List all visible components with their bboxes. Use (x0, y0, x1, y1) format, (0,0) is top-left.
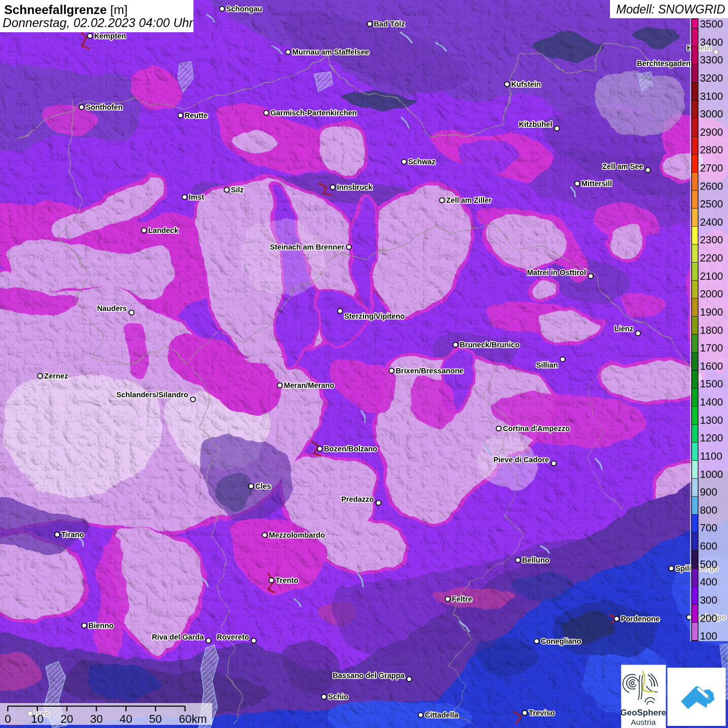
svg-text:100: 100 (700, 630, 717, 642)
svg-text:Schongau: Schongau (226, 5, 262, 13)
svg-text:Pieve di Cadore: Pieve di Cadore (493, 456, 549, 464)
svg-text:Sonthofen: Sonthofen (86, 103, 123, 111)
svg-text:900: 900 (700, 486, 717, 498)
svg-text:Cittadella: Cittadella (425, 711, 459, 719)
svg-text:Cles: Cles (255, 482, 271, 490)
svg-text:2700: 2700 (700, 162, 723, 174)
svg-text:Zell am Ziller: Zell am Ziller (446, 196, 492, 204)
svg-text:Schlanders/Silandro: Schlanders/Silandro (116, 391, 189, 399)
svg-text:Feltre: Feltre (452, 595, 472, 603)
svg-text:Conegliano: Conegliano (541, 637, 581, 645)
svg-text:Matrei in Osttirol: Matrei in Osttirol (527, 268, 586, 277)
svg-text:0: 0 (5, 712, 11, 725)
svg-text:1000: 1000 (700, 469, 723, 480)
svg-text:Kempten: Kempten (94, 32, 126, 40)
svg-text:200: 200 (700, 613, 717, 624)
svg-text:GeoSphere: GeoSphere (620, 708, 666, 717)
svg-text:2800: 2800 (700, 144, 723, 155)
svg-text:Cortina d'Ampezzo: Cortina d'Ampezzo (503, 424, 570, 433)
svg-text:Austria: Austria (631, 718, 656, 726)
svg-text:500: 500 (700, 558, 717, 570)
svg-text:Rovereto: Rovereto (217, 633, 249, 641)
svg-text:3000: 3000 (700, 108, 723, 120)
svg-text:1300: 1300 (700, 414, 723, 426)
svg-text:3100: 3100 (700, 90, 723, 102)
svg-text:Bienno: Bienno (88, 621, 114, 630)
svg-text:Zell am See: Zell am See (602, 162, 643, 171)
svg-text:Mittersill: Mittersill (581, 179, 612, 188)
svg-text:10: 10 (31, 712, 44, 725)
svg-text:50: 50 (149, 712, 162, 725)
svg-text:30: 30 (90, 712, 102, 725)
svg-text:1600: 1600 (700, 360, 723, 372)
svg-text:Modell: SNOWGRID: Modell: SNOWGRID (616, 3, 725, 16)
svg-text:Silz: Silz (231, 186, 244, 194)
svg-text:2300: 2300 (700, 234, 723, 245)
svg-text:Landeck: Landeck (148, 226, 178, 235)
svg-text:Kitzbühel: Kitzbühel (519, 120, 552, 128)
svg-text:Innsbruck: Innsbruck (337, 183, 372, 191)
svg-text:1100: 1100 (700, 450, 722, 462)
svg-text:1800: 1800 (700, 324, 723, 336)
svg-text:Berchtesgaden: Berchtesgaden (637, 59, 691, 68)
svg-text:3500: 3500 (700, 18, 723, 30)
svg-text:Trento: Trento (276, 576, 298, 584)
svg-text:Imst: Imst (189, 193, 204, 201)
svg-text:2600: 2600 (700, 180, 723, 192)
svg-text:2200: 2200 (700, 252, 723, 264)
svg-text:Meran/Merano: Meran/Merano (284, 381, 334, 389)
svg-text:60km: 60km (179, 712, 207, 725)
svg-text:300: 300 (700, 594, 717, 606)
svg-text:800: 800 (700, 504, 717, 516)
svg-text:Riva del Garda: Riva del Garda (152, 633, 204, 641)
svg-text:Nauders: Nauders (97, 304, 127, 313)
svg-text:Treviso: Treviso (529, 709, 555, 717)
svg-text:3400: 3400 (700, 36, 723, 48)
svg-text:Sterzing/Vipiteno: Sterzing/Vipiteno (344, 312, 405, 320)
svg-text:1400: 1400 (700, 396, 723, 408)
svg-text:1500: 1500 (700, 378, 723, 389)
svg-text:600: 600 (700, 540, 717, 552)
svg-text:2400: 2400 (700, 216, 723, 228)
svg-text:Donnerstag, 02.02.2023 04:00 U: Donnerstag, 02.02.2023 04:00 Uhr (3, 16, 194, 30)
svg-text:Zernez: Zernez (44, 372, 68, 380)
svg-text:3200: 3200 (700, 72, 723, 84)
svg-text:Brixen/Bressanone: Brixen/Bressanone (396, 367, 463, 375)
svg-text:Predazzo: Predazzo (341, 495, 374, 503)
svg-text:700: 700 (700, 522, 717, 534)
svg-text:3300: 3300 (700, 54, 723, 66)
svg-text:Schwaz: Schwaz (408, 158, 435, 166)
svg-text:Steinach am Brenner: Steinach am Brenner (270, 243, 344, 251)
svg-text:Schio: Schio (328, 693, 348, 701)
svg-text:2900: 2900 (700, 126, 723, 138)
svg-text:Pordenone: Pordenone (621, 615, 660, 623)
svg-text:Reutte: Reutte (185, 111, 208, 120)
svg-text:Lienz: Lienz (614, 324, 633, 333)
svg-text:Sillian: Sillian (536, 361, 558, 369)
svg-text:40: 40 (120, 712, 132, 725)
svg-text:20: 20 (60, 712, 73, 725)
svg-text:400: 400 (700, 576, 717, 588)
svg-text:Mezzolombardo: Mezzolombardo (269, 531, 325, 539)
svg-text:1200: 1200 (700, 432, 723, 444)
svg-text:Tirano: Tirano (61, 530, 84, 539)
svg-text:1700: 1700 (700, 342, 723, 354)
svg-text:Bad Tölz: Bad Tölz (374, 20, 405, 28)
svg-text:2500: 2500 (700, 198, 723, 210)
svg-text:Bassano del Grappa: Bassano del Grappa (333, 671, 405, 680)
svg-text:Garmisch-Partenkirchen: Garmisch-Partenkirchen (270, 109, 357, 117)
svg-text:Belluno: Belluno (522, 556, 550, 564)
svg-text:Bruneck/Brunico: Bruneck/Brunico (460, 341, 519, 349)
svg-text:2000: 2000 (700, 288, 723, 300)
svg-text:Schneefallgrenze [m]: Schneefallgrenze [m] (4, 3, 127, 17)
svg-text:Kufstein: Kufstein (511, 80, 541, 88)
svg-text:2100: 2100 (700, 270, 723, 282)
svg-text:Bozen/Bolzano: Bozen/Bolzano (324, 445, 378, 453)
svg-text:Murnau am Staffelsee: Murnau am Staffelsee (292, 48, 369, 56)
svg-text:1900: 1900 (700, 306, 723, 318)
